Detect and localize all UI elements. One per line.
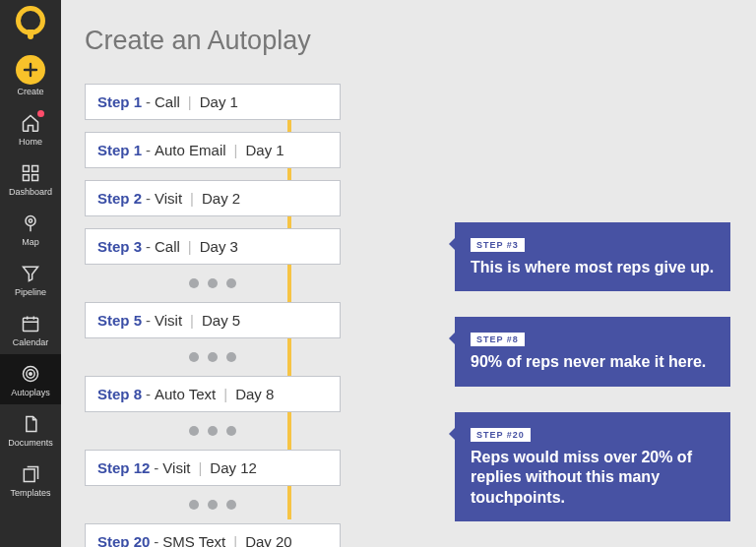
step-card[interactable]: Step 3 - Call | Day 3	[85, 228, 341, 265]
step-action: Auto Text	[155, 386, 216, 402]
step-day: Day 20	[245, 533, 292, 547]
nav-map[interactable]: Map	[0, 204, 61, 254]
templates-icon	[19, 462, 42, 486]
funnel-icon	[19, 262, 42, 285]
step-number: Step 1	[97, 93, 142, 110]
document-icon	[19, 412, 42, 436]
step-action: Visit	[162, 459, 190, 476]
ellipsis-dots	[85, 424, 341, 438]
notification-badge	[37, 110, 44, 117]
step-day: Day 8	[235, 386, 274, 402]
target-icon	[19, 362, 42, 386]
app-logo	[16, 6, 45, 35]
callout-message: 90% of reps never make it here.	[471, 352, 715, 372]
separator: -	[146, 190, 151, 207]
step-day: Day 12	[210, 459, 257, 476]
separator: -	[146, 142, 151, 158]
separator: |	[194, 459, 206, 476]
separator: |	[184, 238, 196, 255]
step-action: Call	[155, 238, 180, 255]
svg-rect-3	[32, 175, 38, 181]
ellipsis-dots	[85, 350, 341, 364]
calendar-icon	[19, 312, 42, 335]
grid-icon	[19, 161, 42, 185]
callout-tag: STEP #20	[471, 428, 531, 442]
step-card[interactable]: Step 1 - Auto Email | Day 1	[85, 132, 341, 168]
nav-label: Create	[17, 87, 43, 96]
nav-dashboard[interactable]: Dashboard	[0, 153, 61, 204]
nav-home[interactable]: Home	[0, 103, 61, 153]
plus-circle-icon	[16, 55, 45, 85]
nav-pipeline[interactable]: Pipeline	[0, 254, 61, 304]
pin-icon	[19, 212, 42, 235]
step-card[interactable]: Step 8 - Auto Text | Day 8	[85, 376, 341, 412]
step-card[interactable]: Step 2 - Visit | Day 2	[85, 180, 341, 216]
step-number: Step 1	[97, 142, 142, 158]
separator: |	[184, 93, 196, 110]
svg-rect-6	[24, 318, 38, 331]
step-action: Call	[155, 93, 180, 110]
separator: -	[146, 238, 151, 255]
separator: |	[229, 533, 241, 547]
svg-point-9	[30, 373, 32, 376]
nav-label: Autoplays	[11, 388, 50, 397]
step-day: Day 2	[202, 190, 240, 207]
separator: |	[186, 312, 198, 329]
nav-label: Map	[22, 237, 39, 247]
svg-rect-1	[32, 166, 38, 172]
steps-list: Step 1 - Call | Day 1 Step 1 - Auto Emai…	[85, 84, 341, 547]
step-action: Visit	[155, 312, 182, 329]
separator: -	[154, 533, 158, 547]
nav-create[interactable]: Create	[0, 47, 61, 103]
step-number: Step 12	[97, 459, 150, 476]
sidebar: Create Home Dashboard Map Pipeline Calen…	[0, 0, 61, 547]
separator: -	[154, 459, 158, 476]
svg-rect-10	[24, 469, 34, 482]
nav-autoplays[interactable]: Autoplays	[0, 354, 61, 404]
ellipsis-dots	[85, 276, 341, 290]
nav-label: Dashboard	[9, 187, 52, 197]
step-card[interactable]: Step 20 - SMS Text | Day 20	[85, 523, 341, 547]
page-title: Create an Autoplay	[85, 26, 756, 56]
step-card[interactable]: Step 1 - Call | Day 1	[85, 84, 341, 120]
nav-calendar[interactable]: Calendar	[0, 304, 61, 354]
separator: |	[186, 190, 198, 207]
step-day: Day 5	[202, 312, 240, 329]
svg-rect-2	[24, 175, 30, 181]
step-action: SMS Text	[162, 533, 225, 547]
callout-message: This is where most reps give up.	[471, 258, 715, 277]
separator: |	[230, 142, 242, 158]
callout-step-20: STEP #20 Reps would miss over 20% of rep…	[455, 412, 730, 521]
svg-point-4	[26, 216, 35, 226]
main-panel: Create an Autoplay Step 1 - Call | Day 1…	[61, 0, 756, 547]
step-card[interactable]: Step 12 - Visit | Day 12	[85, 450, 341, 486]
nav-templates[interactable]: Templates	[0, 455, 61, 505]
callout-step-3: STEP #3 This is where most reps give up.	[455, 222, 730, 291]
separator: |	[220, 386, 231, 402]
callout-message: Reps would miss over 20% of replies with…	[471, 448, 715, 508]
callouts: STEP #3 This is where most reps give up.…	[455, 222, 730, 521]
svg-rect-0	[24, 166, 30, 172]
step-day: Day 1	[245, 142, 284, 158]
nav-documents[interactable]: Documents	[0, 404, 61, 455]
step-card[interactable]: Step 5 - Visit | Day 5	[85, 302, 341, 338]
step-number: Step 8	[97, 386, 142, 402]
step-number: Step 5	[97, 312, 142, 329]
ellipsis-dots	[85, 498, 341, 512]
callout-tag: STEP #3	[471, 238, 525, 252]
callout-step-8: STEP #8 90% of reps never make it here.	[455, 317, 730, 386]
nav-label: Calendar	[13, 337, 49, 347]
nav-label: Documents	[8, 438, 53, 448]
step-number: Step 3	[97, 238, 142, 255]
nav-label: Home	[19, 137, 42, 147]
separator: -	[146, 386, 151, 402]
separator: -	[146, 312, 151, 329]
step-day: Day 3	[200, 238, 238, 255]
step-day: Day 1	[200, 93, 238, 110]
callout-tag: STEP #8	[471, 333, 525, 346]
step-action: Visit	[155, 190, 182, 207]
step-action: Auto Email	[155, 142, 226, 158]
step-number: Step 20	[97, 533, 150, 547]
svg-point-5	[29, 219, 32, 222]
nav-label: Pipeline	[15, 287, 46, 297]
